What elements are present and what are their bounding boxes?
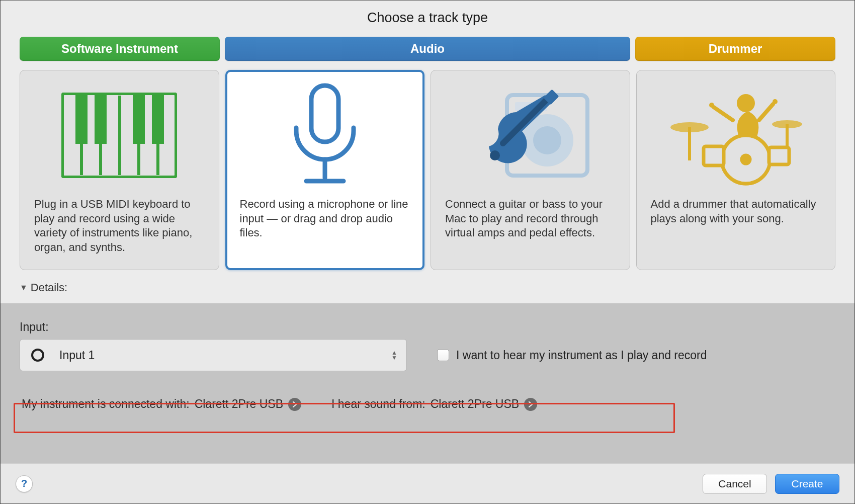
svg-rect-9 [152,94,164,144]
caret-down-icon: ▼ [20,283,28,292]
help-icon: ? [21,478,27,489]
device-info-row: My instrument is connected with: Clarett… [20,392,678,416]
card-description: Add a drummer that automatically plays a… [651,197,821,226]
card-audio-guitar[interactable]: Connect a guitar or bass to your Mac to … [431,70,630,270]
cancel-label: Cancel [718,478,751,490]
svg-point-31 [742,155,750,163]
category-row: Software Instrument Audio Drummer [1,37,854,61]
mono-channel-icon [30,348,59,363]
guitar-amp-icon [445,82,616,188]
category-drummer[interactable]: Drummer [635,37,835,61]
piano-keys-icon [34,82,205,188]
svg-point-27 [709,103,714,108]
stepper-icon: ▲▼ [391,351,398,360]
svg-rect-33 [769,147,789,164]
category-label: Software Instrument [61,42,178,56]
track-type-panel: Choose a track type Software Instrument … [1,1,854,303]
create-button[interactable]: Create [775,474,839,494]
svg-point-18 [490,150,500,160]
chevron-right-icon [524,398,537,411]
category-label: Audio [410,42,445,56]
help-button[interactable]: ? [16,475,33,492]
dialog-footer: ? Cancel Create [1,463,854,503]
svg-rect-32 [704,146,724,165]
svg-rect-6 [75,94,88,144]
monitor-input-checkbox[interactable]: I want to hear my instrument as I play a… [437,349,707,362]
input-section-label: Input: [20,320,835,334]
chevron-right-icon [288,398,301,411]
card-description: Connect a guitar or bass to your Mac to … [445,197,616,240]
svg-line-26 [759,104,773,120]
svg-rect-8 [133,94,145,144]
card-drummer[interactable]: Add a drummer that automatically plays a… [636,70,836,270]
cards-row: Plug in a USB MIDI keyboard to play and … [1,70,854,279]
input-select-value: Input 1 [59,349,95,362]
hear-value: Clarett 2Pre USB [431,397,519,411]
category-label: Drummer [709,42,762,56]
input-row: Input 1 ▲▼ I want to hear my instrument … [20,339,835,371]
card-description: Record using a microphone or line input … [240,197,410,240]
svg-rect-7 [95,94,107,144]
microphone-icon [240,82,410,188]
category-audio[interactable]: Audio [225,37,630,61]
hear-prefix: I hear sound from: [331,397,425,411]
card-description: Plug in a USB MIDI keyboard to play and … [34,197,205,255]
connected-device-button[interactable]: My instrument is connected with: Clarett… [22,397,301,411]
cancel-button[interactable]: Cancel [703,474,767,494]
svg-point-28 [773,99,778,104]
category-software-instrument[interactable]: Software Instrument [20,37,220,61]
details-disclosure[interactable]: ▼ Details: [1,279,854,303]
svg-line-25 [714,107,733,120]
svg-point-34 [32,350,43,361]
details-panel: Input: Input 1 ▲▼ I want to hear my inst… [1,303,854,463]
drummer-icon [651,82,821,188]
output-device-button[interactable]: I hear sound from: Clarett 2Pre USB [331,397,537,411]
input-channel-select[interactable]: Input 1 ▲▼ [20,339,407,371]
svg-point-16 [533,126,561,154]
card-audio-microphone[interactable]: Record using a microphone or line input … [225,70,425,270]
checkbox-icon [437,349,449,361]
create-label: Create [791,478,823,490]
card-software-instrument[interactable]: Plug in a USB MIDI keyboard to play and … [20,70,219,270]
svg-point-24 [737,94,755,112]
details-label: Details: [31,281,67,294]
svg-rect-10 [311,86,338,142]
connected-prefix: My instrument is connected with: [22,397,190,411]
connected-value: Clarett 2Pre USB [195,397,283,411]
dialog-title: Choose a track type [1,10,854,26]
monitor-label: I want to hear my instrument as I play a… [456,349,707,362]
